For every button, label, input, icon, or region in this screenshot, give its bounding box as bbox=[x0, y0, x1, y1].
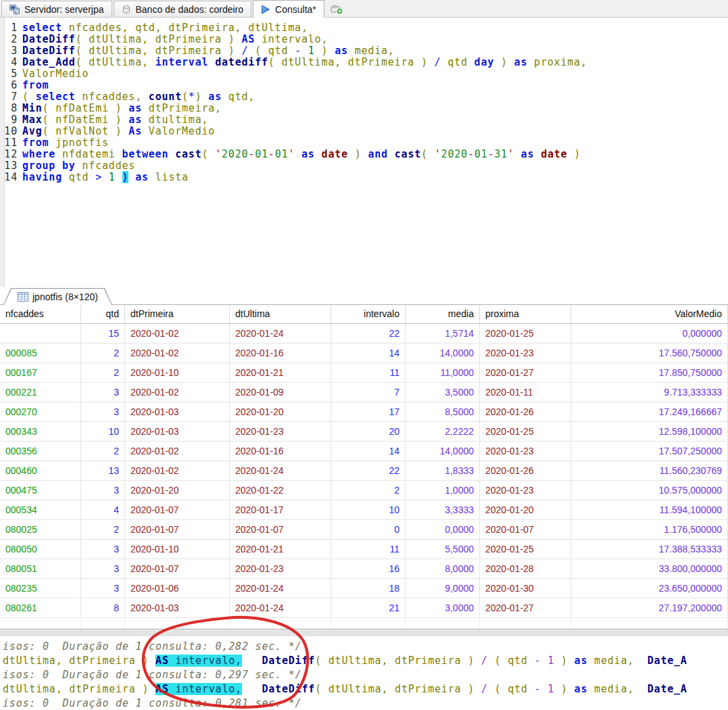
cell-dtUltima[interactable]: 2020-01-21 bbox=[230, 363, 331, 382]
cell-qtd[interactable]: 10 bbox=[81, 422, 125, 441]
cell-qtd[interactable]: 15 bbox=[81, 324, 125, 343]
cell-nfcaddes[interactable]: 000167 bbox=[0, 363, 81, 382]
cell-qtd[interactable]: 3 bbox=[81, 579, 125, 598]
cell-ValorMedio[interactable]: 1.176,500000 bbox=[571, 520, 728, 539]
cell-proxima[interactable]: 2020-01-26 bbox=[480, 402, 571, 421]
cell-ValorMedio[interactable]: 9.713,333333 bbox=[571, 383, 728, 402]
cell-ValorMedio[interactable]: 17.507,250000 bbox=[571, 442, 728, 460]
cell-ValorMedio[interactable]: 17.249,166667 bbox=[571, 402, 728, 421]
table-row[interactable]: 00035622020-01-022020-01-161414,00002020… bbox=[0, 442, 728, 461]
column-header-dtUltima[interactable]: dtUltima bbox=[230, 305, 331, 323]
cell-nfcaddes[interactable]: 000475 bbox=[0, 481, 81, 500]
cell-dtPrimeira[interactable]: 2020-01-03 bbox=[125, 402, 230, 421]
cell-dtPrimeira[interactable]: 2020-01-02 bbox=[125, 344, 230, 362]
cell-intervalo[interactable]: 2 bbox=[331, 481, 406, 500]
column-header-intervalo[interactable]: intervalo bbox=[331, 305, 406, 323]
cell-media[interactable]: 1,5714 bbox=[406, 324, 480, 343]
cell-media[interactable]: 1,8333 bbox=[406, 461, 480, 480]
cell-qtd[interactable]: 3 bbox=[81, 481, 125, 500]
cell-intervalo[interactable]: 14 bbox=[331, 344, 406, 362]
cell-dtUltima[interactable]: 2020-01-22 bbox=[230, 481, 331, 500]
cell-proxima[interactable]: 2020-01-25 bbox=[480, 422, 571, 441]
cell-proxima[interactable]: 2020-01-07 bbox=[480, 520, 571, 539]
cell-dtPrimeira[interactable]: 2020-01-03 bbox=[125, 422, 230, 441]
cell-nfcaddes[interactable]: 000221 bbox=[0, 383, 81, 402]
cell-proxima[interactable]: 2020-01-26 bbox=[480, 461, 571, 480]
cell-ValorMedio[interactable]: 11.560,230769 bbox=[571, 461, 728, 480]
column-header-dtPrimeira[interactable]: dtPrimeira bbox=[125, 305, 230, 323]
tab-database[interactable]: Banco de dados: cordeiro bbox=[114, 1, 252, 17]
table-row[interactable]: 00047532020-01-202020-01-2221,00002020-0… bbox=[0, 481, 728, 500]
cell-ValorMedio[interactable]: 17.388,533333 bbox=[571, 540, 728, 559]
cell-qtd[interactable]: 2 bbox=[81, 344, 125, 362]
cell-nfcaddes[interactable]: 080050 bbox=[0, 540, 81, 559]
cell-proxima[interactable]: 2020-01-11 bbox=[480, 383, 571, 402]
tab-query[interactable]: Consulta* bbox=[253, 0, 324, 18]
cell-dtPrimeira[interactable]: 2020-01-07 bbox=[125, 559, 230, 578]
cell-qtd[interactable]: 3 bbox=[81, 559, 125, 578]
cell-media[interactable]: 0,0000 bbox=[406, 520, 480, 539]
splitter-bar[interactable] bbox=[0, 629, 728, 636]
new-query-tab-button[interactable] bbox=[329, 2, 346, 17]
cell-qtd[interactable]: 3 bbox=[81, 402, 125, 421]
cell-qtd[interactable]: 13 bbox=[81, 461, 125, 480]
table-row[interactable]: 00027032020-01-032020-01-20178,50002020-… bbox=[0, 402, 728, 422]
cell-media[interactable]: 14,0000 bbox=[406, 442, 480, 460]
cell-dtPrimeira[interactable]: 2020-01-02 bbox=[125, 383, 230, 402]
cell-proxima[interactable]: 2020-01-25 bbox=[480, 324, 571, 343]
cell-dtPrimeira[interactable]: 2020-01-02 bbox=[125, 324, 230, 343]
cell-qtd[interactable]: 3 bbox=[81, 383, 125, 402]
cell-dtUltima[interactable]: 2020-01-23 bbox=[230, 422, 331, 441]
cell-dtUltima[interactable]: 2020-01-24 bbox=[230, 598, 331, 617]
cell-nfcaddes[interactable]: 080235 bbox=[0, 579, 81, 598]
cell-nfcaddes[interactable]: 000356 bbox=[0, 442, 81, 460]
column-header-proxima[interactable]: proxima bbox=[480, 305, 571, 323]
cell-nfcaddes[interactable]: 000534 bbox=[0, 500, 81, 519]
cell-ValorMedio[interactable]: 12.598,100000 bbox=[571, 422, 728, 441]
cell-intervalo[interactable]: 7 bbox=[331, 383, 406, 402]
cell-dtPrimeira[interactable]: 2020-01-07 bbox=[125, 520, 230, 539]
table-row[interactable]: 08005132020-01-072020-01-23168,00002020-… bbox=[0, 559, 728, 579]
cell-intervalo[interactable]: 10 bbox=[331, 500, 406, 519]
cell-media[interactable]: 8,5000 bbox=[406, 402, 480, 421]
cell-dtUltima[interactable]: 2020-01-24 bbox=[230, 461, 331, 480]
cell-dtUltima[interactable]: 2020-01-16 bbox=[230, 344, 331, 362]
cell-dtPrimeira[interactable]: 2020-01-20 bbox=[125, 481, 230, 500]
cell-ValorMedio[interactable]: 33.800,000000 bbox=[571, 559, 728, 578]
table-row[interactable]: 000343102020-01-032020-01-23202,22222020… bbox=[0, 422, 728, 442]
cell-intervalo[interactable]: 22 bbox=[331, 461, 406, 480]
cell-proxima[interactable]: 2020-01-30 bbox=[480, 579, 571, 598]
tab-server[interactable]: Servidor: serverjpa bbox=[1, 1, 112, 17]
table-row[interactable]: 08023532020-01-062020-01-24189,00002020-… bbox=[0, 579, 728, 598]
cell-media[interactable]: 14,0000 bbox=[406, 344, 480, 362]
cell-intervalo[interactable]: 21 bbox=[331, 598, 406, 617]
table-row[interactable]: 152020-01-022020-01-24221,57142020-01-25… bbox=[0, 324, 728, 344]
cell-ValorMedio[interactable]: 17.560,750000 bbox=[571, 344, 728, 362]
cell-ValorMedio[interactable]: 27.197,200000 bbox=[571, 598, 728, 617]
column-header-nfcaddes[interactable]: nfcaddes bbox=[0, 305, 81, 323]
cell-proxima[interactable]: 2020-01-23 bbox=[480, 442, 571, 460]
cell-dtUltima[interactable]: 2020-01-16 bbox=[230, 442, 331, 460]
cell-dtPrimeira[interactable]: 2020-01-02 bbox=[125, 461, 230, 480]
cell-ValorMedio[interactable]: 23.650,000000 bbox=[571, 579, 728, 598]
cell-qtd[interactable]: 2 bbox=[81, 363, 125, 382]
cell-media[interactable]: 1,0000 bbox=[406, 481, 480, 500]
cell-dtUltima[interactable]: 2020-01-21 bbox=[230, 540, 331, 559]
cell-nfcaddes[interactable]: 000085 bbox=[0, 344, 81, 362]
cell-nfcaddes[interactable]: 000343 bbox=[0, 422, 81, 441]
cell-nfcaddes[interactable]: 000460 bbox=[0, 461, 81, 480]
cell-dtUltima[interactable]: 2020-01-17 bbox=[230, 500, 331, 519]
cell-intervalo[interactable]: 18 bbox=[331, 579, 406, 598]
table-row[interactable]: 08005032020-01-102020-01-21115,50002020-… bbox=[0, 540, 728, 559]
table-row[interactable]: 00008522020-01-022020-01-161414,00002020… bbox=[0, 344, 728, 363]
cell-media[interactable]: 2,2222 bbox=[406, 422, 480, 441]
cell-qtd[interactable]: 2 bbox=[81, 520, 125, 539]
cell-media[interactable]: 9,0000 bbox=[406, 579, 480, 598]
results-tab[interactable]: jpnotfis (8×120) bbox=[3, 288, 112, 305]
cell-ValorMedio[interactable]: 0,000000 bbox=[571, 324, 728, 343]
cell-proxima[interactable]: 2020-01-27 bbox=[480, 363, 571, 382]
table-row[interactable]: 000460132020-01-022020-01-24221,83332020… bbox=[0, 461, 728, 481]
cell-intervalo[interactable]: 22 bbox=[331, 324, 406, 343]
table-row[interactable]: 00022132020-01-022020-01-0973,50002020-0… bbox=[0, 383, 728, 402]
cell-dtPrimeira[interactable]: 2020-01-07 bbox=[125, 500, 230, 519]
